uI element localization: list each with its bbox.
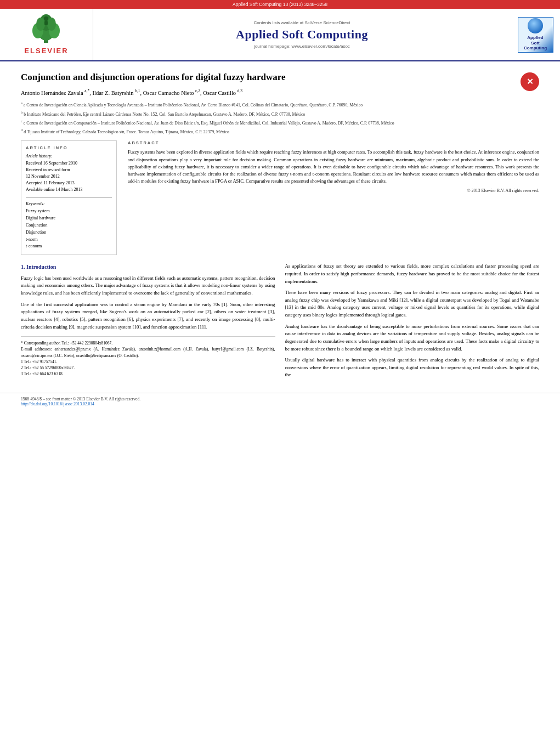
keywords-label: Keywords: xyxy=(26,201,112,206)
affiliations: a a Centro de Investigación en Ciencia A… xyxy=(21,100,539,135)
right-paragraph-0: As applications of fuzzy set theory are … xyxy=(285,263,540,285)
doi-link[interactable]: http://dx.doi.org/10.1016/j.asoc.2013.02… xyxy=(21,401,94,406)
body-left-column: 1. Introduction Fuzzy logic has been use… xyxy=(21,263,275,383)
intro-paragraph-1: One of the first successful applications… xyxy=(21,301,275,331)
received-revised-date: 12 November 2012 xyxy=(26,173,112,180)
footnotes: * Corresponding author. Tel.: +52 442 22… xyxy=(21,336,275,377)
sciverse-link: Contents lists available at SciVerse Sci… xyxy=(253,20,350,25)
footnote-2: 2 Tel.: +52 55 57296000x56527. xyxy=(21,365,275,371)
footnote-corresponding: * Corresponding author. Tel.: +52 442 22… xyxy=(21,340,275,346)
article-info-title: ARTICLE INFO xyxy=(26,145,112,150)
right-paragraph-2: Analog hardware has the disadvantage of … xyxy=(285,323,540,353)
svg-point-5 xyxy=(36,18,45,31)
main-body: 1. Introduction Fuzzy logic has been use… xyxy=(21,263,539,383)
keyword-1: Digital hardware xyxy=(26,215,112,222)
doi-line[interactable]: http://dx.doi.org/10.1016/j.asoc.2013.02… xyxy=(21,401,539,406)
accepted-date: Accepted 11 February 2013 xyxy=(26,180,112,186)
svg-point-7 xyxy=(44,16,48,21)
paper-title: Conjunction and disjunction operations f… xyxy=(21,71,539,83)
keyword-3: Disjunction xyxy=(26,229,112,236)
footnote-3: 3 Tel.: +52 664 623 6318. xyxy=(21,371,275,377)
body-right-column: As applications of fuzzy set theory are … xyxy=(285,263,540,383)
keyword-0: Fuzzy system xyxy=(26,208,112,215)
crossmark[interactable]: ✕ xyxy=(521,72,539,91)
keywords-list: Fuzzy system Digital hardware Conjunctio… xyxy=(26,208,112,250)
badge-circle-icon xyxy=(528,18,543,33)
title-area: ✕ Conjunction and disjunction operations… xyxy=(21,71,539,83)
right-paragraph-1: There have been many versions of fuzzy p… xyxy=(285,289,540,319)
keywords-section: Keywords: Fuzzy system Digital hardware … xyxy=(26,201,112,250)
svg-rect-8 xyxy=(44,21,48,25)
badge-box: AppliedSoftComputing xyxy=(518,17,553,53)
journal-title: Applied Soft Computing xyxy=(236,27,368,42)
authors-line: Antonio Hernández Zavala a,*, Ildar Z. B… xyxy=(21,88,539,97)
intro-paragraph-0: Fuzzy logic has been used worldwide as a… xyxy=(21,275,275,297)
article-history-label: Article history: xyxy=(26,154,112,159)
divider-1 xyxy=(26,197,112,198)
affiliation-d: d d Tijuana Institute of Technology, Cal… xyxy=(21,127,539,135)
abstract-text: Fuzzy systems have been explored in dive… xyxy=(128,149,539,185)
footnote-email: E-mail addresses: anhernandez@ipn.mx (A.… xyxy=(21,346,275,359)
keyword-2: Conjunction xyxy=(26,222,112,229)
abstract-title: ABSTRACT xyxy=(128,140,539,145)
received-date-1: Received 16 September 2010 xyxy=(26,160,112,167)
footnote-1: 1 Tel.: +52 91757541. xyxy=(21,359,275,365)
elsevier-logo: ELSEVIER xyxy=(0,9,93,60)
article-history: Article history: Received 16 September 2… xyxy=(26,154,112,193)
badge-title: AppliedSoftComputing xyxy=(524,35,547,51)
crossmark-icon[interactable]: ✕ xyxy=(521,72,539,91)
article-info-abstract-row: ARTICLE INFO Article history: Received 1… xyxy=(21,140,539,255)
journal-banner: Applied Soft Computing 13 (2013) 3248–32… xyxy=(0,0,560,9)
issn-line: 1568-4946/$ – see front matter © 2013 El… xyxy=(21,397,539,401)
keyword-4: t-norm xyxy=(26,236,112,244)
abstract-copyright: © 2013 Elsevier B.V. All rights reserved… xyxy=(128,188,539,193)
paper-container: ✕ Conjunction and disjunction operations… xyxy=(0,61,560,393)
affiliation-a: a a Centro de Investigación en Ciencia A… xyxy=(21,100,539,108)
journal-center: Contents lists available at SciVerse Sci… xyxy=(93,9,511,60)
keyword-5: t-conorm xyxy=(26,243,112,250)
journal-homepage: journal homepage: www.elsevier.com/locat… xyxy=(254,44,350,49)
svg-point-6 xyxy=(47,18,56,31)
elsevier-tree-icon xyxy=(24,14,68,44)
journal-header: ELSEVIER Contents lists available at Sci… xyxy=(0,9,560,61)
article-info-box: ARTICLE INFO Article history: Received 1… xyxy=(21,140,117,255)
elsevier-text-label: ELSEVIER xyxy=(24,47,68,55)
received-revised-label: Received in revised form xyxy=(26,167,112,173)
affiliation-c: c c Centro de Investigación en Computaci… xyxy=(21,118,539,126)
abstract-section: ABSTRACT Fuzzy systems have been explore… xyxy=(128,140,539,255)
bottom-bar: 1568-4946/$ – see front matter © 2013 El… xyxy=(0,393,560,410)
journal-badge: AppliedSoftComputing xyxy=(511,9,560,60)
available-date: Available online 14 March 2013 xyxy=(26,186,112,193)
right-paragraph-3: Usually digital hardware has to interact… xyxy=(285,357,540,379)
affiliation-b: b b Instituto Mexicano del Petróleo, Eje… xyxy=(21,110,539,117)
section-1-title: 1. Introduction xyxy=(21,263,275,271)
